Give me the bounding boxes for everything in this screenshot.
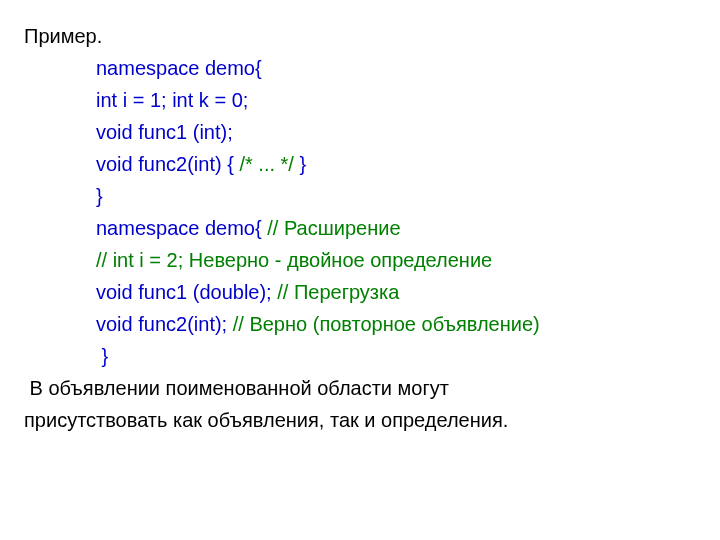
heading-example: Пример. <box>24 20 696 52</box>
code-comment-duplicate: // int i = 2; Неверно - двойное определе… <box>96 249 492 271</box>
code-line: void func1 (double); // Перегрузка <box>24 276 696 308</box>
code-block-comment: /* ... */ <box>239 153 293 175</box>
code-var-decl: int i = 1; int k = 0; <box>96 89 248 111</box>
code-namespace-ext-close: } <box>96 345 108 367</box>
code-func2-def-end: } <box>294 153 306 175</box>
code-namespace-open: namespace demo{ <box>96 57 262 79</box>
code-func2-redecl: void func2(int); <box>96 313 233 335</box>
document-page: Пример. namespace demo{ int i = 1; int k… <box>0 0 720 436</box>
code-comment-extension: // Расширение <box>267 217 400 239</box>
code-line: int i = 1; int k = 0; <box>24 84 696 116</box>
code-line: } <box>24 180 696 212</box>
code-comment-overload: // Перегрузка <box>277 281 399 303</box>
code-namespace-ext: namespace demo{ <box>96 217 267 239</box>
code-line: // int i = 2; Неверно - двойное определе… <box>24 244 696 276</box>
code-line: namespace demo{ // Расширение <box>24 212 696 244</box>
code-func1-decl: void func1 (int); <box>96 121 233 143</box>
code-func2-def-start: void func2(int) { <box>96 153 239 175</box>
code-line: void func2(int) { /* ... */ } <box>24 148 696 180</box>
code-comment-redecl: // Верно (повторное объявление) <box>233 313 540 335</box>
code-line: namespace demo{ <box>24 52 696 84</box>
code-func1-overload: void func1 (double); <box>96 281 277 303</box>
code-line: void func2(int); // Верно (повторное объ… <box>24 308 696 340</box>
code-line: void func1 (int); <box>24 116 696 148</box>
code-namespace-close: } <box>96 185 103 207</box>
paragraph-line-2: присутствовать как объявления, так и опр… <box>24 404 696 436</box>
code-line: } <box>24 340 696 372</box>
paragraph-line-1: В объявлении поименованной области могут <box>24 372 696 404</box>
